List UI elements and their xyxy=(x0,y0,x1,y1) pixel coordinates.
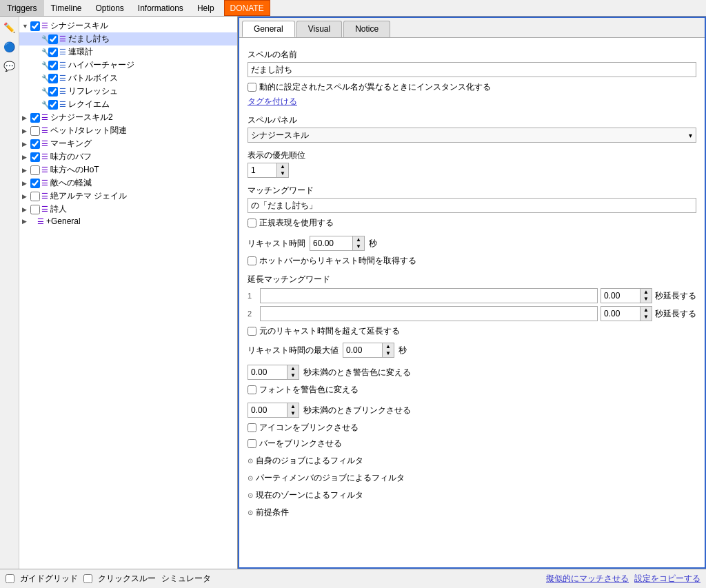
tab-general[interactable]: General xyxy=(242,21,295,37)
pen-icon[interactable]: ✏️ xyxy=(2,20,17,35)
filter3-row[interactable]: ⊙ 現在のゾーンによるフィルタ xyxy=(248,489,696,501)
warning-decrement[interactable]: ▼ xyxy=(288,372,299,379)
warning-increment[interactable]: ▲ xyxy=(288,365,299,372)
tree-item-renkei[interactable]: 🔧 ☰ 連環計 xyxy=(19,45,237,59)
recast-decrement[interactable]: ▼ xyxy=(353,243,364,250)
spell-panel-label: スペルパネル xyxy=(248,114,696,126)
check-ultima[interactable] xyxy=(30,192,40,201)
check-bard[interactable] xyxy=(30,205,40,214)
recast-increment[interactable]: ▲ xyxy=(353,236,364,243)
tree-item-bard[interactable]: ▶ ☰ 詩人 xyxy=(19,203,237,216)
recast-label: リキャスト時間 xyxy=(248,238,305,250)
recast-row: リキャスト時間 ▲ ▼ 秒 xyxy=(248,236,696,251)
check-renkei[interactable] xyxy=(48,48,58,57)
regex-check[interactable] xyxy=(248,219,256,227)
menu-help[interactable]: Help xyxy=(190,0,221,16)
click-through-check[interactable] xyxy=(83,574,92,583)
blink-icon-check[interactable] xyxy=(248,423,256,432)
ext-row2-decrement[interactable]: ▼ xyxy=(641,314,652,321)
matching-word-input[interactable] xyxy=(248,198,696,213)
tree-item-damashi[interactable]: 🔧 ☰ だまし討ち xyxy=(19,32,237,45)
ext-row1-decrement[interactable]: ▼ xyxy=(641,296,652,303)
bottom-bar: ガイドグリッド クリックスルー シミュレータ 擬似的にマッチさせる 設定をコピー… xyxy=(0,569,706,588)
hotbar-check[interactable] xyxy=(248,256,256,265)
filter2-arrow: ⊙ xyxy=(248,474,253,482)
ext-row2-increment[interactable]: ▲ xyxy=(641,307,652,314)
donate-button[interactable]: DONATE xyxy=(224,0,270,16)
font-warning-check[interactable] xyxy=(248,385,256,394)
instantiate-check[interactable] xyxy=(248,83,256,92)
check-ally-buff[interactable] xyxy=(30,152,40,162)
tree-item-general[interactable]: ▶ ☰ +General xyxy=(19,216,237,227)
blink-increment[interactable]: ▲ xyxy=(288,403,299,410)
tree-item-hot[interactable]: ▶ ☰ 味方へのHoT xyxy=(19,163,237,176)
max-recast-decrement[interactable]: ▼ xyxy=(383,350,394,357)
tree-item-enemy-reduce[interactable]: ▶ ☰ 敵への軽減 xyxy=(19,176,237,190)
filter2-label: パーティメンバのジョブによるフィルタ xyxy=(256,472,405,484)
label-marking: マーキング xyxy=(50,138,92,150)
tree-item-pet[interactable]: ▶ ☰ ペット/タレット関連 xyxy=(19,124,237,137)
max-recast-increment[interactable]: ▲ xyxy=(383,343,394,350)
arrow-expand: ▼ xyxy=(22,23,30,30)
priority-increment[interactable]: ▲ xyxy=(277,163,288,170)
tree-item-battle-voice[interactable]: 🔧 ☰ バトルボイス xyxy=(19,72,237,85)
spell-panel-select[interactable]: シナジースキル xyxy=(248,128,696,143)
ext-row1-increment[interactable]: ▲ xyxy=(641,289,652,296)
tree-item-requiem[interactable]: 🔧 ☰ レクイエム xyxy=(19,98,237,111)
ext-row1-val[interactable] xyxy=(601,289,640,303)
blink-bar-label: バーをブリンクさせる xyxy=(259,438,342,449)
blink-val[interactable] xyxy=(248,403,287,417)
recast-input[interactable] xyxy=(310,236,352,250)
check-synergy2[interactable] xyxy=(30,113,40,123)
spell-name-input[interactable] xyxy=(248,62,696,77)
chat-icon[interactable]: 💬 xyxy=(2,59,17,74)
tree-item-ultima[interactable]: ▶ ☰ 絶アルテマ ジェイル xyxy=(19,190,237,203)
check-marking[interactable] xyxy=(30,139,40,149)
check-synergy-skill[interactable] xyxy=(30,21,40,31)
tree-item-synergy2[interactable]: ▶ ☰ シナジースキル2 xyxy=(19,111,237,124)
warning-val[interactable] xyxy=(248,365,287,379)
tree-item-ally-buff[interactable]: ▶ ☰ 味方のバフ xyxy=(19,150,237,163)
filter4-row[interactable]: ⊙ 前提条件 xyxy=(248,507,696,518)
check-requiem[interactable] xyxy=(48,100,58,110)
check-damashi[interactable] xyxy=(48,34,58,44)
simulator-label[interactable]: シミュレータ xyxy=(161,573,211,585)
guide-grid-check[interactable] xyxy=(6,574,14,583)
tag-link[interactable]: タグを付ける xyxy=(248,97,297,106)
tree-item-marking[interactable]: ▶ ☰ マーキング xyxy=(19,137,237,150)
copy-settings-link[interactable]: 設定をコピーする xyxy=(634,573,700,585)
ext-row1-input[interactable] xyxy=(260,288,598,303)
check-bv[interactable] xyxy=(48,74,58,83)
group-icon: ☰ xyxy=(41,21,48,30)
tab-notice[interactable]: Notice xyxy=(343,21,390,37)
filter2-row[interactable]: ⊙ パーティメンバのジョブによるフィルタ xyxy=(248,472,696,484)
tree-item-synergy-skill[interactable]: ▼ ☰ シナジースキル xyxy=(19,19,237,32)
ext-row2-val[interactable] xyxy=(601,307,640,321)
ext-row2-input[interactable] xyxy=(260,306,598,321)
filter4-label: 前提条件 xyxy=(256,507,289,518)
menu-options[interactable]: Options xyxy=(88,0,130,16)
menu-timeline[interactable]: Timeline xyxy=(44,0,89,16)
tree-item-hyper[interactable]: 🔧 ☰ ハイパーチャージ xyxy=(19,59,237,72)
circle-icon[interactable]: 🔵 xyxy=(2,39,17,54)
priority-input[interactable] xyxy=(248,163,276,177)
ext-row2-num: 2 xyxy=(248,310,257,318)
max-recast-input[interactable] xyxy=(343,343,382,357)
tree-item-refresh[interactable]: 🔧 ☰ リフレッシュ xyxy=(19,85,237,98)
ext-row1-num: 1 xyxy=(248,292,257,300)
blink-bar-check[interactable] xyxy=(248,439,256,448)
menu-informations[interactable]: Informations xyxy=(131,0,190,16)
tab-visual[interactable]: Visual xyxy=(296,21,342,37)
priority-decrement[interactable]: ▼ xyxy=(277,170,288,177)
check-hyper[interactable] xyxy=(48,61,58,70)
tab-bar: General Visual Notice xyxy=(239,18,705,38)
check-enemy-reduce[interactable] xyxy=(30,179,40,188)
menu-triggers[interactable]: Triggers xyxy=(0,0,44,16)
check-pet[interactable] xyxy=(30,126,40,136)
filter1-row[interactable]: ⊙ 自身のジョブによるフィルタ xyxy=(248,455,696,467)
similar-match-link[interactable]: 擬似的にマッチさせる xyxy=(546,573,629,585)
blink-decrement[interactable]: ▼ xyxy=(288,410,299,417)
check-refresh[interactable] xyxy=(48,87,58,97)
extend-check[interactable] xyxy=(248,327,256,336)
check-hot[interactable] xyxy=(30,165,40,175)
